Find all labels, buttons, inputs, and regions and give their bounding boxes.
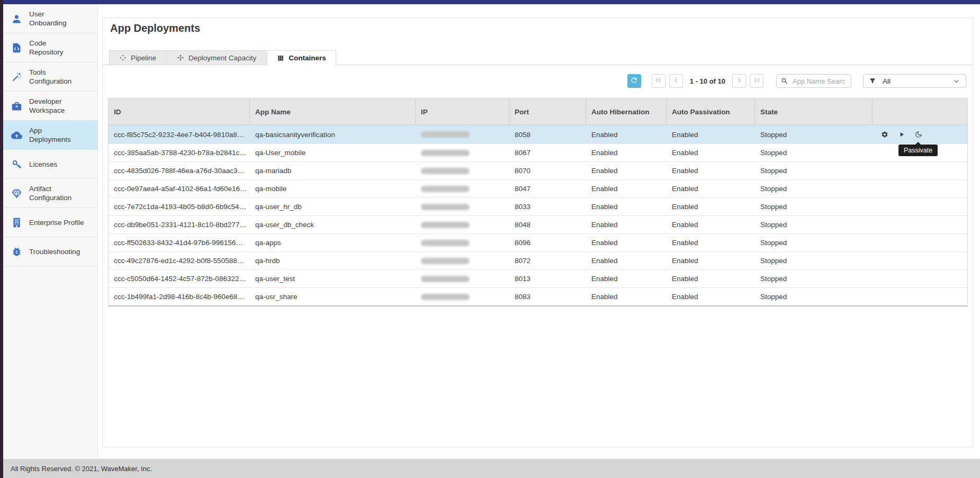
cell-app-name: qa-mariadb	[250, 162, 416, 179]
ip-redacted-value	[421, 168, 470, 174]
sidebar-item-enterprise-profile[interactable]: Enterprise Profile	[3, 208, 97, 237]
play-icon	[898, 131, 905, 138]
sidebar-item-label: User Onboarding	[29, 10, 80, 28]
ip-redacted-value	[421, 131, 470, 138]
column-header-label: State	[760, 108, 778, 116]
cell-auto-hibernation: Enabled	[586, 144, 667, 161]
columns-icon	[277, 55, 284, 62]
sidebar-item-troubleshooting[interactable]: Troubleshooting	[3, 237, 97, 266]
start-button[interactable]	[897, 130, 906, 139]
tooltip: Passivate	[898, 145, 938, 156]
sidebar-item-tools-configuration[interactable]: Tools Configuration	[3, 62, 97, 92]
pagination: 1 - 10 of 10	[652, 74, 763, 88]
tab-label: Deployment Capacity	[188, 54, 256, 62]
cell-ip	[416, 198, 509, 215]
top-bar	[3, 0, 980, 4]
table-row[interactable]: ccc-0e97aea4-a5af-4102-86a1-fd60e16…qa-m…	[109, 179, 967, 197]
cell-app-name: qa-usr_share	[250, 288, 416, 305]
sidebar-item-developer-workspace[interactable]: Developer Workspace	[3, 92, 97, 121]
tab-deployment-capacity[interactable]: Deployment Capacity	[167, 50, 266, 65]
search-input[interactable]	[792, 77, 847, 86]
sidebar-item-label: Artifact Configuration	[29, 184, 80, 202]
sidebar-item-label: Enterprise Profile	[29, 218, 84, 227]
chevron-left-icon	[671, 76, 680, 86]
cell-state: Stopped	[755, 198, 873, 215]
cell-actions	[873, 180, 967, 197]
cell-actions	[873, 270, 967, 287]
cell-ip	[416, 288, 509, 305]
cell-actions	[873, 198, 967, 215]
cell-id: ccc-ff502633-8432-41d4-97b6-996156…	[109, 234, 250, 251]
cell-port: 8070	[509, 162, 586, 179]
building-icon	[11, 217, 22, 228]
tab-pipeline[interactable]: Pipeline	[109, 50, 166, 65]
briefcase-icon	[11, 100, 22, 112]
search-icon	[781, 77, 788, 85]
refresh-button[interactable]	[627, 74, 641, 88]
sidebar-item-label: Tools Configuration	[29, 68, 80, 86]
sidebar-item-label: Troubleshooting	[29, 247, 80, 256]
cell-auto-passivation: Enabled	[667, 288, 755, 305]
cell-ip	[416, 252, 509, 269]
cell-app-name: qa-user_db_check	[250, 216, 416, 233]
sidebar-item-artifact-configuration[interactable]: Artifact Configuration	[3, 179, 97, 208]
cell-auto-passivation: Enabled	[667, 162, 755, 179]
cell-auto-hibernation: Enabled	[586, 180, 667, 197]
column-header-auto-passivation: Auto Passivation	[667, 98, 755, 125]
table-row[interactable]: ccc-7e72c1da-4193-4b05-b8d0-6b9c54…qa-us…	[109, 197, 967, 215]
settings-button[interactable]	[880, 130, 889, 139]
cell-auto-hibernation: Enabled	[586, 288, 667, 305]
table-row[interactable]: ccc-c5050d64-1452-4c57-872b-086322…qa-us…	[109, 269, 967, 287]
sidebar-item-app-deployments[interactable]: App Deployments	[3, 121, 97, 150]
cell-app-name: qa-hrdb	[250, 252, 416, 269]
sidebar-item-user-onboarding[interactable]: User Onboarding	[3, 4, 97, 33]
funnel-icon	[869, 77, 876, 85]
user-icon	[11, 13, 22, 24]
table-row[interactable]: ccc-1b499fa1-2d98-416b-8c4b-960e68…qa-us…	[109, 287, 967, 305]
column-header-label: IP	[421, 108, 428, 116]
search-box[interactable]	[776, 74, 851, 88]
cell-auto-hibernation: Enabled	[586, 198, 667, 215]
prev-page-button[interactable]	[669, 74, 683, 88]
sidebar-item-label: Licenses	[29, 160, 57, 169]
wand-icon	[11, 71, 22, 83]
table-row[interactable]: ccc-f85c75c2-9232-4ee7-b404-9810a8…qa-ba…	[109, 125, 967, 143]
first-page-button[interactable]	[652, 74, 666, 88]
cell-auto-passivation: Enabled	[667, 234, 755, 251]
cell-app-name: qa-user_test	[250, 270, 416, 287]
sidebar-item-licenses[interactable]: Licenses	[3, 150, 97, 179]
last-page-button[interactable]	[750, 74, 763, 88]
last-page-icon	[752, 76, 761, 86]
cell-id: ccc-1b499fa1-2d98-416b-8c4b-960e68…	[109, 288, 250, 305]
move-icon	[177, 54, 184, 61]
sidebar-item-label: Code Repository	[29, 39, 80, 57]
diamond-icon	[11, 187, 22, 199]
cell-state: Stopped	[755, 234, 873, 251]
chevron-down-icon	[952, 77, 960, 85]
tab-containers[interactable]: Containers	[267, 50, 336, 65]
table-row[interactable]: ccc-db9be051-2331-4121-8c10-8bd277…qa-us…	[109, 215, 967, 233]
table-row[interactable]: ccc-385aa5ab-3788-4230-b78a-b2841c…qa-Us…	[109, 143, 967, 161]
column-header-id: ID	[109, 98, 250, 125]
passivate-button[interactable]	[914, 130, 923, 139]
sidebar-item-label: Developer Workspace	[29, 97, 80, 115]
cell-app-name: qa-user_hr_db	[250, 198, 416, 215]
table-row[interactable]: ccc-4835d026-788f-46ea-a76d-30aac3…qa-ma…	[109, 161, 967, 179]
cell-ip	[416, 216, 509, 233]
table-row[interactable]: ccc-ff502633-8432-41d4-97b6-996156…qa-ap…	[109, 233, 967, 251]
next-page-button[interactable]	[732, 74, 746, 88]
cell-auto-passivation: Enabled	[667, 252, 755, 269]
tab-bar: PipelineDeployment CapacityContainers	[103, 50, 973, 65]
tooltip-label: Passivate	[904, 147, 932, 154]
cell-auto-hibernation: Enabled	[586, 216, 667, 233]
filter-dropdown[interactable]: All	[863, 74, 966, 88]
cell-state: Stopped	[755, 125, 873, 143]
ip-redacted-value	[421, 186, 470, 192]
sidebar-item-code-repository[interactable]: Code Repository	[3, 33, 97, 62]
ip-redacted-value	[421, 204, 470, 210]
cell-port: 8047	[509, 180, 586, 197]
cell-state: Stopped	[755, 216, 873, 233]
cell-id: ccc-4835d026-788f-46ea-a76d-30aac3…	[109, 162, 250, 179]
main-content: App Deployments PipelineDeployment Capac…	[98, 4, 980, 459]
table-row[interactable]: ccc-49c27876-ed1c-4292-b0f8-550588…qa-hr…	[109, 251, 967, 269]
